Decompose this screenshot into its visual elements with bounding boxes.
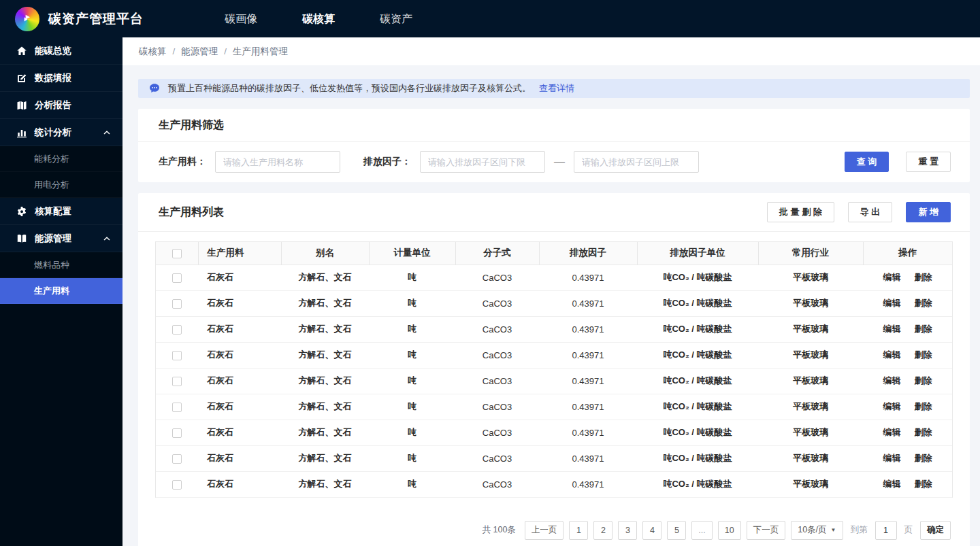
page-button-4[interactable]: 4 bbox=[642, 521, 662, 540]
cell-factor-unit: 吨CO₂ / 吨碳酸盐 bbox=[637, 445, 758, 471]
sidebar-item-energy-consumption-analysis[interactable]: 能耗分析 bbox=[0, 146, 122, 172]
edit-link[interactable]: 编辑 bbox=[883, 349, 901, 360]
page-ellipsis[interactable]: ... bbox=[691, 521, 712, 540]
column-header: 计量单位 bbox=[369, 242, 455, 265]
row-checkbox[interactable] bbox=[172, 480, 182, 490]
sidebar-item-production-materials[interactable]: 生产用料 bbox=[0, 278, 122, 304]
app-logo-icon bbox=[15, 7, 39, 31]
sidebar-item-energy-carbon-overview[interactable]: 能碳总览 bbox=[0, 37, 122, 65]
factor-max-input[interactable] bbox=[574, 151, 699, 173]
delete-link[interactable]: 删除 bbox=[915, 401, 932, 411]
sidebar-item-analysis-report[interactable]: 分析报告 bbox=[0, 92, 122, 119]
edit-icon bbox=[16, 73, 27, 84]
info-banner: 预置上百种能源品种的碳排放因子、低位发热值等，预设国内各行业碳排放因子及核算公式… bbox=[138, 79, 970, 98]
home-icon bbox=[16, 46, 27, 56]
page-size-select[interactable]: 10条/页▼ bbox=[791, 521, 843, 540]
cell-alias: 方解石、文石 bbox=[281, 471, 369, 497]
delete-link[interactable]: 删除 bbox=[915, 324, 932, 334]
page-button-2[interactable]: 2 bbox=[593, 521, 612, 540]
row-checkbox[interactable] bbox=[172, 403, 182, 412]
sidebar-item-statistical-analysis[interactable]: 统计分析 bbox=[0, 119, 122, 146]
delete-link[interactable]: 删除 bbox=[915, 479, 932, 489]
page-button-3[interactable]: 3 bbox=[618, 521, 637, 540]
edit-link[interactable]: 编辑 bbox=[883, 453, 901, 463]
sidebar-item-fuel-types[interactable]: 燃料品种 bbox=[0, 252, 122, 278]
delete-link[interactable]: 删除 bbox=[915, 298, 932, 308]
column-header: 常用行业 bbox=[758, 242, 863, 265]
cell-factor-unit: 吨CO₂ / 吨碳酸盐 bbox=[637, 471, 758, 497]
prev-page-button[interactable]: 上一页 bbox=[525, 521, 564, 540]
add-button[interactable]: 新 增 bbox=[906, 202, 951, 222]
row-checkbox-cell bbox=[156, 290, 198, 316]
breadcrumb: 碳核算/能源管理/生产用料管理 bbox=[122, 37, 980, 65]
row-checkbox-cell bbox=[156, 420, 198, 445]
page-button-10[interactable]: 10 bbox=[718, 521, 741, 540]
goto-page-input[interactable] bbox=[875, 521, 897, 540]
page-content: 预置上百种能源品种的碳排放因子、低位发热值等，预设国内各行业碳排放因子及核算公式… bbox=[122, 65, 980, 546]
cell-operations: 编辑删除 bbox=[863, 265, 952, 290]
goto-confirm-button[interactable]: 确定 bbox=[920, 521, 951, 540]
cell-formula: CaCO3 bbox=[455, 265, 539, 290]
edit-link[interactable]: 编辑 bbox=[883, 298, 901, 308]
column-header: 分子式 bbox=[455, 242, 539, 265]
delete-link[interactable]: 删除 bbox=[915, 453, 932, 463]
search-button[interactable]: 查 询 bbox=[845, 152, 889, 172]
delete-link[interactable]: 删除 bbox=[915, 427, 932, 437]
breadcrumb-item[interactable]: 碳核算 bbox=[139, 46, 167, 58]
delete-link[interactable]: 删除 bbox=[915, 272, 932, 282]
topnav-item-carbon-asset[interactable]: 碳资产 bbox=[357, 0, 435, 37]
table-row: 石灰石方解石、文石吨CaCO30.43971吨CO₂ / 吨碳酸盐平板玻璃编辑删… bbox=[156, 368, 952, 394]
sidebar-item-energy-management[interactable]: 能源管理 bbox=[0, 225, 122, 252]
cell-formula: CaCO3 bbox=[455, 290, 539, 316]
chevron-up-icon bbox=[103, 237, 110, 241]
cell-unit: 吨 bbox=[369, 368, 455, 394]
row-checkbox[interactable] bbox=[172, 454, 182, 464]
topnav-item-carbon-profile[interactable]: 碳画像 bbox=[202, 0, 280, 37]
page-button-5[interactable]: 5 bbox=[667, 521, 686, 540]
report-icon bbox=[16, 100, 27, 111]
view-details-link[interactable]: 查看详情 bbox=[539, 82, 574, 95]
row-checkbox[interactable] bbox=[172, 325, 182, 335]
sidebar-item-data-reporting[interactable]: 数据填报 bbox=[0, 65, 122, 92]
goto-label: 到第 bbox=[851, 524, 868, 536]
factor-min-input[interactable] bbox=[420, 151, 545, 173]
edit-link[interactable]: 编辑 bbox=[883, 401, 901, 411]
edit-link[interactable]: 编辑 bbox=[883, 479, 901, 489]
next-page-button[interactable]: 下一页 bbox=[747, 521, 786, 540]
column-header: 别名 bbox=[281, 242, 369, 265]
export-button[interactable]: 导 出 bbox=[848, 202, 893, 222]
row-checkbox[interactable] bbox=[172, 428, 182, 438]
material-input[interactable] bbox=[215, 151, 340, 173]
cell-operations: 编辑删除 bbox=[863, 445, 952, 471]
sidebar-item-label: 分析报告 bbox=[35, 99, 71, 112]
edit-link[interactable]: 编辑 bbox=[883, 427, 901, 437]
sidebar-item-accounting-config[interactable]: 核算配置 bbox=[0, 198, 122, 225]
delete-link[interactable]: 删除 bbox=[915, 375, 932, 386]
row-checkbox[interactable] bbox=[172, 351, 182, 360]
edit-link[interactable]: 编辑 bbox=[883, 375, 901, 386]
breadcrumb-item[interactable]: 生产用料管理 bbox=[233, 46, 288, 58]
cell-formula: CaCO3 bbox=[455, 420, 539, 445]
page-button-1[interactable]: 1 bbox=[569, 521, 588, 540]
cell-factor-unit: 吨CO₂ / 吨碳酸盐 bbox=[637, 316, 758, 342]
topnav-item-carbon-accounting[interactable]: 碳核算 bbox=[280, 0, 357, 37]
cell-alias: 方解石、文石 bbox=[281, 342, 369, 368]
column-header: 排放因子单位 bbox=[637, 242, 758, 265]
reset-button[interactable]: 重 置 bbox=[906, 152, 951, 172]
row-checkbox[interactable] bbox=[172, 273, 182, 283]
cell-material: 石灰石 bbox=[198, 394, 281, 420]
delete-link[interactable]: 删除 bbox=[915, 349, 932, 360]
select-all-checkbox[interactable] bbox=[172, 249, 182, 258]
row-checkbox[interactable] bbox=[172, 299, 182, 309]
breadcrumb-item[interactable]: 能源管理 bbox=[181, 46, 218, 58]
row-checkbox[interactable] bbox=[172, 377, 182, 386]
batch-delete-button[interactable]: 批 量 删 除 bbox=[767, 202, 834, 222]
sidebar-fill bbox=[0, 304, 122, 546]
table-row: 石灰石方解石、文石吨CaCO30.43971吨CO₂ / 吨碳酸盐平板玻璃编辑删… bbox=[156, 342, 952, 368]
edit-link[interactable]: 编辑 bbox=[883, 324, 901, 334]
table-row: 石灰石方解石、文石吨CaCO30.43971吨CO₂ / 吨碳酸盐平板玻璃编辑删… bbox=[156, 394, 952, 420]
sidebar-item-electricity-analysis[interactable]: 用电分析 bbox=[0, 172, 122, 198]
cell-industry: 平板玻璃 bbox=[758, 290, 863, 316]
row-checkbox-cell bbox=[156, 368, 198, 394]
edit-link[interactable]: 编辑 bbox=[883, 272, 901, 282]
